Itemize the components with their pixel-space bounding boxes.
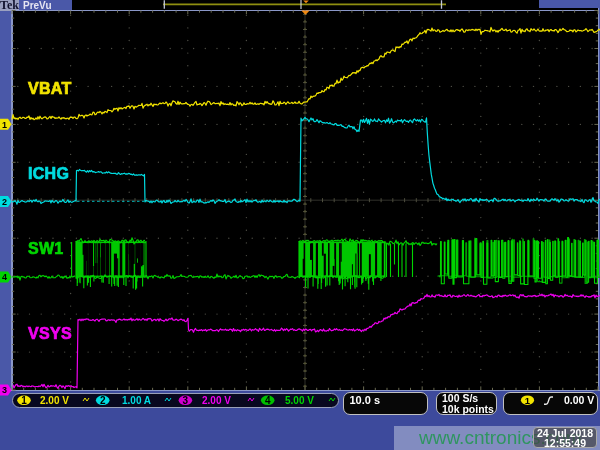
svg-text:0.00 V: 0.00 V	[564, 394, 594, 406]
svg-text:1: 1	[21, 395, 27, 406]
svg-text:1.00 A: 1.00 A	[122, 395, 151, 406]
svg-text:2.00 V: 2.00 V	[40, 395, 69, 406]
svg-text:4: 4	[265, 395, 271, 406]
svg-text:1: 1	[525, 394, 531, 405]
svg-text:2.00 V: 2.00 V	[202, 395, 231, 406]
svg-text:2: 2	[100, 395, 106, 406]
svg-text:5.00 V: 5.00 V	[285, 395, 314, 406]
svg-text:3: 3	[183, 395, 189, 406]
